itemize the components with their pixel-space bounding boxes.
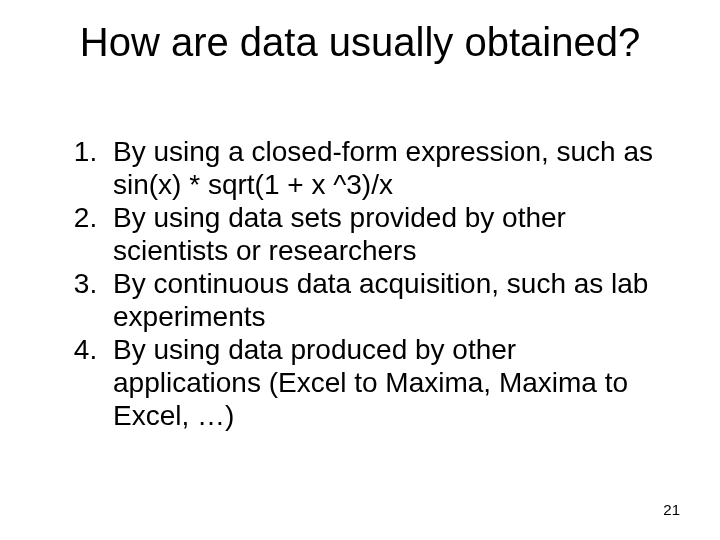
slide-body: By using a closed-form expression, such … — [50, 135, 670, 432]
list-item: By using data produced by other applicat… — [105, 333, 670, 432]
list-item-text: By using a closed-form expression, such … — [113, 136, 653, 200]
numbered-list: By using a closed-form expression, such … — [50, 135, 670, 432]
slide: How are data usually obtained? By using … — [0, 0, 720, 540]
page-number: 21 — [663, 501, 680, 518]
list-item: By using a closed-form expression, such … — [105, 135, 670, 201]
list-item-text: By continuous data acquisition, such as … — [113, 268, 648, 332]
list-item-text: By using data produced by other applicat… — [113, 334, 628, 431]
list-item: By using data sets provided by other sci… — [105, 201, 670, 267]
list-item-text: By using data sets provided by other sci… — [113, 202, 566, 266]
list-item: By continuous data acquisition, such as … — [105, 267, 670, 333]
slide-title: How are data usually obtained? — [0, 20, 720, 65]
